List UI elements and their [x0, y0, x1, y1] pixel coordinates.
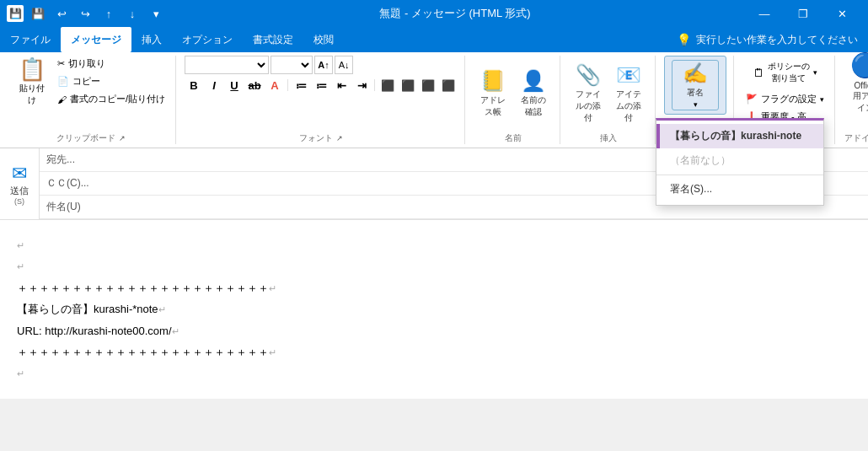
- font-row1: A↑ A↓: [185, 56, 458, 74]
- ribbon: 📋 貼り付け ✂ 切り取り 📄 コピー 🖌 書式のコピー/貼り付け クリップ: [0, 52, 868, 148]
- quick-access-dropdown[interactable]: ▾: [147, 4, 165, 23]
- send-label: 送信: [10, 185, 29, 197]
- font-family-select[interactable]: [185, 56, 269, 74]
- title-bar-left: 💾 💾 ↩ ↪ ↑ ↓ ▾: [7, 4, 165, 23]
- ribbon-group-font: A↑ A↓ B I U ab A ≔ ≔ ⇤ ⇥ ⬛ ⬛ ⬛ ⬛: [178, 56, 465, 144]
- cut-button[interactable]: ✂ 切り取り: [54, 56, 169, 72]
- ribbon-group-signature: ✍ 署名 ▾ 【暮らしの音】kurashi-note （名前なし） 署名(S).…: [657, 56, 734, 144]
- font-expand-icon[interactable]: ↗: [336, 134, 343, 142]
- menu-bar: ファイル メッセージ 挿入 オプション 書式設定 校閲 💡 実行したい作業を入力…: [0, 27, 868, 52]
- menu-options[interactable]: オプション: [172, 27, 243, 52]
- numbering-button[interactable]: ≔: [312, 76, 330, 94]
- ribbon-group-insert: 📎 ファイルの添付 📧 アイテムの添付 挿入: [562, 56, 656, 144]
- insert-buttons: 📎 ファイルの添付 📧 アイテムの添付: [569, 56, 648, 131]
- paste-button[interactable]: 📋 貼り付け: [13, 56, 51, 106]
- clipboard-expand-icon[interactable]: ↗: [119, 134, 126, 142]
- signature-group-label: [664, 115, 726, 116]
- signature-dropdown-menu: 【暮らしの音】kurashi-note （名前なし） 署名(S)...: [656, 118, 824, 206]
- ribbon-group-office-addin: 🔵 Office 用アドイン アドイン ▾: [837, 56, 868, 144]
- tell-me-box[interactable]: 💡 実行したい作業を入力してください: [667, 27, 868, 52]
- signature-dropdown-settings[interactable]: 署名(S)...: [656, 177, 823, 201]
- font-row2: B I U ab A ≔ ≔ ⇤ ⇥ ⬛ ⬛ ⬛ ⬛: [185, 76, 458, 94]
- check-names-label: 名前の確認: [521, 94, 546, 118]
- body-line-6: ＋＋＋＋＋＋＋＋＋＋＋＋＋＋＋＋＋＋＋＋＋＋＋↵: [17, 342, 851, 362]
- office-addin-icon: 🔵: [850, 51, 868, 79]
- increase-indent-button[interactable]: ⇥: [352, 76, 371, 94]
- ribbon-group-clipboard: 📋 貼り付け ✂ 切り取り 📄 コピー 🖌 書式のコピー/貼り付け クリップ: [7, 56, 176, 144]
- bullets-button[interactable]: ≔: [292, 76, 310, 94]
- flag-dropdown-icon: ▾: [820, 95, 824, 104]
- font-color-button[interactable]: A: [265, 76, 284, 94]
- redo-button[interactable]: ↪: [76, 4, 94, 23]
- bold-button[interactable]: B: [185, 76, 203, 94]
- message-body-scroll[interactable]: ↵ ↵ ＋＋＋＋＋＋＋＋＋＋＋＋＋＋＋＋＋＋＋＋＋＋＋↵ 【暮らしの音】kura…: [0, 220, 868, 399]
- save-button[interactable]: 💾: [29, 4, 47, 23]
- window-title: 無題 - メッセージ (HTML 形式): [165, 6, 745, 21]
- format-copy-label: 書式のコピー/貼り付け: [70, 93, 165, 105]
- send-icon: ✉: [12, 163, 27, 185]
- office-addin-group-label: アドイン ▾: [844, 131, 868, 144]
- close-button[interactable]: ✕: [822, 0, 861, 27]
- signature-group: ✍ 署名 ▾: [664, 56, 726, 115]
- tell-me-label: 実行したい作業を入力してください: [696, 33, 858, 47]
- office-addin-button[interactable]: 🔵 Office 用アドイン: [844, 56, 868, 110]
- font-shrink-button[interactable]: A↓: [335, 56, 353, 74]
- file-attach-icon: 📎: [576, 63, 601, 87]
- copy-button[interactable]: 📄 コピー: [54, 73, 169, 89]
- policy-button[interactable]: 🗒 ポリシーの割り当て ▾: [742, 56, 828, 89]
- justify-button[interactable]: ⬛: [439, 76, 458, 94]
- insert-group-label: 挿入: [600, 131, 617, 144]
- body-line-5: URL: http://kurashi-note00.com/↵: [17, 321, 851, 341]
- font-controls: A↑ A↓ B I U ab A ≔ ≔ ⇤ ⇥ ⬛ ⬛ ⬛ ⬛: [185, 56, 458, 94]
- align-left-button[interactable]: ⬛: [378, 76, 397, 94]
- send-button[interactable]: ✉ 送信 (S): [0, 148, 40, 219]
- policy-icon: 🗒: [753, 67, 764, 79]
- menu-review[interactable]: 校閲: [303, 27, 344, 52]
- undo-button[interactable]: ↩: [52, 4, 71, 23]
- signature-button[interactable]: ✍ 署名 ▾: [672, 60, 719, 110]
- format-copy-button[interactable]: 🖌 書式のコピー/貼り付け: [54, 91, 169, 107]
- send-down-button[interactable]: ↓: [123, 4, 142, 23]
- cut-label: 切り取り: [68, 57, 105, 70]
- signature-dropdown-no-name: （名前なし）: [656, 148, 823, 173]
- subject-label[interactable]: 件名(U): [46, 200, 105, 214]
- paste-icon: 📋: [19, 56, 46, 83]
- send-up-button[interactable]: ↑: [99, 4, 118, 23]
- file-attach-label: ファイルの添付: [576, 89, 601, 124]
- decrease-indent-button[interactable]: ⇤: [332, 76, 351, 94]
- align-center-button[interactable]: ⬛: [399, 76, 417, 94]
- align-right-button[interactable]: ⬛: [419, 76, 437, 94]
- restore-button[interactable]: ❐: [784, 0, 822, 27]
- signature-dropdown-divider: [656, 174, 823, 175]
- signature-icon: ✍: [683, 62, 708, 85]
- italic-button[interactable]: I: [205, 76, 223, 94]
- strikethrough-button[interactable]: ab: [245, 76, 264, 94]
- policy-dropdown-icon: ▾: [813, 68, 817, 77]
- check-names-button[interactable]: 👤 名前の確認: [514, 64, 553, 123]
- names-buttons: 📒 アドレス帳 👤 名前の確認: [474, 56, 553, 131]
- flag-button[interactable]: 🚩 フラグの設定 ▾: [742, 91, 828, 107]
- office-addin-label: Office 用アドイン: [850, 81, 868, 114]
- font-grow-button[interactable]: A↑: [314, 56, 333, 74]
- item-attach-button[interactable]: 📧 アイテムの添付: [609, 64, 648, 123]
- body-line-1: ↵: [17, 235, 851, 255]
- font-size-select[interactable]: [271, 56, 313, 74]
- cc-label[interactable]: ＣＣ(C)...: [46, 176, 105, 191]
- signature-dropdown-header: 【暮らしの音】kurashi-note: [656, 124, 823, 148]
- address-book-button[interactable]: 📒 アドレス帳: [474, 64, 512, 123]
- message-body[interactable]: ↵ ↵ ＋＋＋＋＋＋＋＋＋＋＋＋＋＋＋＋＋＋＋＋＋＋＋↵ 【暮らしの音】kura…: [0, 220, 868, 399]
- menu-format[interactable]: 書式設定: [243, 27, 303, 52]
- names-group-label: 名前: [505, 131, 522, 144]
- title-bar: 💾 💾 ↩ ↪ ↑ ↓ ▾ 無題 - メッセージ (HTML 形式) — ❐ ✕: [0, 0, 868, 27]
- window-controls: — ❐ ✕: [745, 0, 861, 27]
- menu-file[interactable]: ファイル: [0, 27, 61, 52]
- app-icon: 💾: [7, 5, 24, 22]
- minimize-button[interactable]: —: [745, 0, 784, 27]
- underline-button[interactable]: U: [225, 76, 244, 94]
- to-label[interactable]: 宛先...: [46, 153, 105, 167]
- menu-message[interactable]: メッセージ: [61, 27, 131, 52]
- body-line-7: ↵: [17, 363, 851, 383]
- item-attach-label: アイテムの添付: [616, 89, 641, 124]
- file-attach-button[interactable]: 📎 ファイルの添付: [569, 64, 608, 123]
- menu-insert[interactable]: 挿入: [131, 27, 172, 52]
